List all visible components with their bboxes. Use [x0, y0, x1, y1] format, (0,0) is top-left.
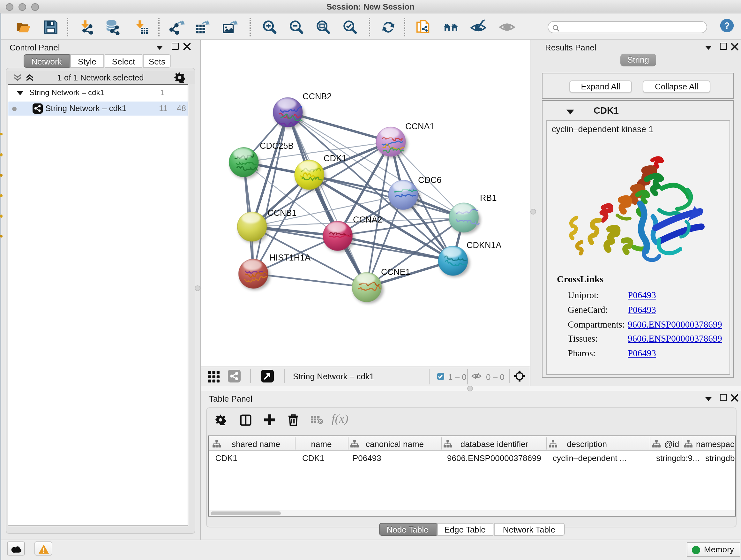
svg-text:CDKN1A: CDKN1A [467, 240, 502, 250]
svg-text:HIST1H1A: HIST1H1A [269, 253, 311, 262]
svg-text:CCNA2: CCNA2 [353, 215, 382, 225]
svg-text:CCNB1: CCNB1 [267, 208, 297, 218]
svg-text:CDK1: CDK1 [324, 153, 347, 163]
svg-text:CCNE1: CCNE1 [381, 267, 410, 277]
svg-text:CDC6: CDC6 [418, 175, 442, 185]
svg-text:CCNB2: CCNB2 [302, 91, 332, 101]
svg-text:RB1: RB1 [480, 193, 497, 203]
svg-text:CDC25B: CDC25B [260, 141, 294, 151]
svg-text:?: ? [724, 20, 730, 30]
svg-text:CCNA1: CCNA1 [405, 122, 434, 131]
